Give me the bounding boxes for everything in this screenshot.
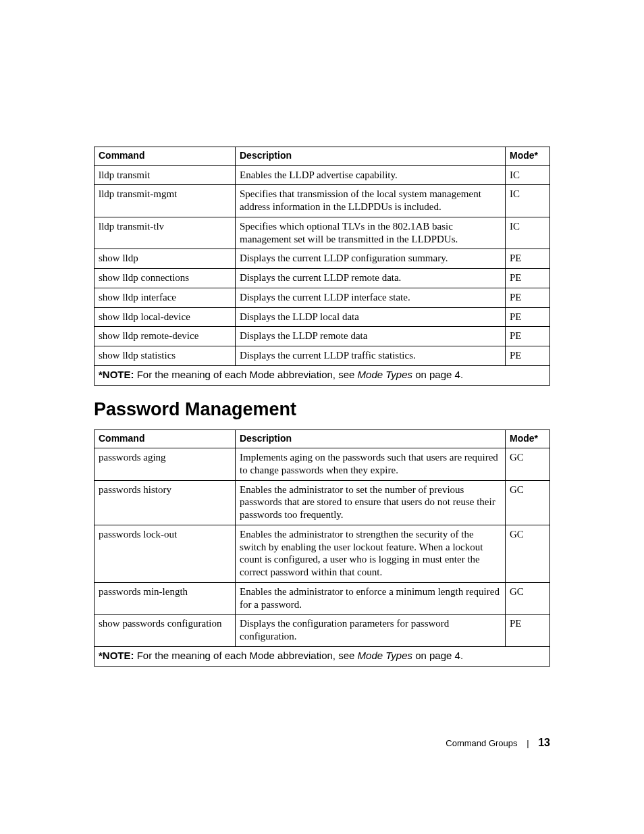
cell-command: lldp transmit-mgmt	[95, 185, 236, 217]
cell-command: passwords lock-out	[95, 525, 236, 582]
cell-mode: PE	[506, 307, 550, 327]
header-command: Command	[95, 429, 236, 448]
table2-body: passwords agingImplements aging on the p…	[95, 448, 550, 647]
cell-mode: IC	[506, 165, 550, 185]
note-text-after: on page 4.	[412, 369, 463, 380]
table-row: lldp transmit-mgmtSpecifies that transmi…	[95, 185, 550, 217]
password-management-table: Command Description Mode* passwords agin…	[94, 429, 550, 667]
section-heading-password-management: Password Management	[94, 399, 550, 420]
cell-description: Displays the current LLDP traffic statis…	[236, 346, 506, 366]
table1-body: lldp transmitEnables the LLDP advertise …	[95, 165, 550, 365]
footer-separator: |	[527, 738, 529, 748]
note-text-before: For the meaning of each Mode abbreviatio…	[134, 369, 358, 380]
cell-command: show lldp local-device	[95, 307, 236, 327]
cell-description: Enables the administrator to strengthen …	[236, 525, 506, 582]
cell-description: Displays the LLDP local data	[236, 307, 506, 327]
cell-command: show lldp remote-device	[95, 327, 236, 346]
table-note: *NOTE: For the meaning of each Mode abbr…	[95, 646, 550, 666]
table-row: show lldpDisplays the current LLDP confi…	[95, 249, 550, 269]
note-text-after: on page 4.	[412, 650, 463, 661]
note-prefix: *NOTE:	[99, 369, 134, 380]
note-text-before: For the meaning of each Mode abbreviatio…	[134, 650, 358, 661]
cell-command: show lldp statistics	[95, 346, 236, 366]
table-row: passwords min-lengthEnables the administ…	[95, 582, 550, 615]
cell-mode: IC	[506, 217, 550, 249]
footer-page-number: 13	[538, 737, 550, 748]
table-note-row: *NOTE: For the meaning of each Mode abbr…	[95, 365, 550, 385]
note-prefix: *NOTE:	[99, 650, 134, 661]
table-note: *NOTE: For the meaning of each Mode abbr…	[95, 365, 550, 385]
cell-description: Displays the LLDP remote data	[236, 327, 506, 346]
cell-mode: PE	[506, 288, 550, 307]
header-description: Description	[236, 429, 506, 448]
cell-command: lldp transmit-tlv	[95, 217, 236, 249]
cell-mode: GC	[506, 525, 550, 582]
cell-description: Displays the current LLDP remote data.	[236, 269, 506, 288]
table-row: show passwords configurationDisplays the…	[95, 615, 550, 647]
cell-mode: PE	[506, 615, 550, 647]
table-row: passwords lock-outEnables the administra…	[95, 525, 550, 582]
table-row: show lldp connectionsDisplays the curren…	[95, 269, 550, 288]
cell-mode: GC	[506, 582, 550, 615]
cell-command: passwords aging	[95, 448, 236, 481]
cell-description: Enables the administrator to enforce a m…	[236, 582, 506, 615]
cell-description: Enables the LLDP advertise capability.	[236, 165, 506, 185]
cell-mode: PE	[506, 346, 550, 366]
footer-label: Command Groups	[446, 738, 517, 748]
table-header-row: Command Description Mode*	[95, 429, 550, 448]
header-description: Description	[236, 147, 506, 166]
cell-mode: PE	[506, 269, 550, 288]
cell-command: show lldp interface	[95, 288, 236, 307]
table-row: lldp transmitEnables the LLDP advertise …	[95, 165, 550, 185]
table-row: lldp transmit-tlvSpecifies which optiona…	[95, 217, 550, 249]
cell-mode: GC	[506, 480, 550, 525]
lldp-commands-table: Command Description Mode* lldp transmitE…	[94, 147, 550, 386]
cell-command: lldp transmit	[95, 165, 236, 185]
table-row: passwords historyEnables the administrat…	[95, 480, 550, 525]
table-row: show lldp statisticsDisplays the current…	[95, 346, 550, 366]
header-mode: Mode*	[506, 147, 550, 166]
table-note-row: *NOTE: For the meaning of each Mode abbr…	[95, 646, 550, 666]
cell-command: passwords min-length	[95, 582, 236, 615]
note-link[interactable]: Mode Types	[358, 369, 412, 380]
cell-mode: GC	[506, 448, 550, 481]
cell-description: Enables the administrator to set the num…	[236, 480, 506, 525]
cell-description: Specifies that transmission of the local…	[236, 185, 506, 217]
page-content: Command Description Mode* lldp transmitE…	[94, 147, 550, 667]
cell-description: Displays the current LLDP interface stat…	[236, 288, 506, 307]
cell-mode: PE	[506, 327, 550, 346]
page-footer: Command Groups | 13	[446, 737, 550, 749]
cell-mode: IC	[506, 185, 550, 217]
header-command: Command	[95, 147, 236, 166]
cell-command: show lldp	[95, 249, 236, 269]
cell-description: Displays the configuration parameters fo…	[236, 615, 506, 647]
cell-mode: PE	[506, 249, 550, 269]
table-header-row: Command Description Mode*	[95, 147, 550, 166]
cell-command: passwords history	[95, 480, 236, 525]
table-row: show lldp interfaceDisplays the current …	[95, 288, 550, 307]
cell-description: Specifies which optional TLVs in the 802…	[236, 217, 506, 249]
header-mode: Mode*	[506, 429, 550, 448]
cell-command: show lldp connections	[95, 269, 236, 288]
table-row: show lldp local-deviceDisplays the LLDP …	[95, 307, 550, 327]
note-link[interactable]: Mode Types	[358, 650, 412, 661]
table-row: passwords agingImplements aging on the p…	[95, 448, 550, 481]
cell-description: Implements aging on the passwords such t…	[236, 448, 506, 481]
cell-description: Displays the current LLDP configuration …	[236, 249, 506, 269]
cell-command: show passwords configuration	[95, 615, 236, 647]
table-row: show lldp remote-deviceDisplays the LLDP…	[95, 327, 550, 346]
